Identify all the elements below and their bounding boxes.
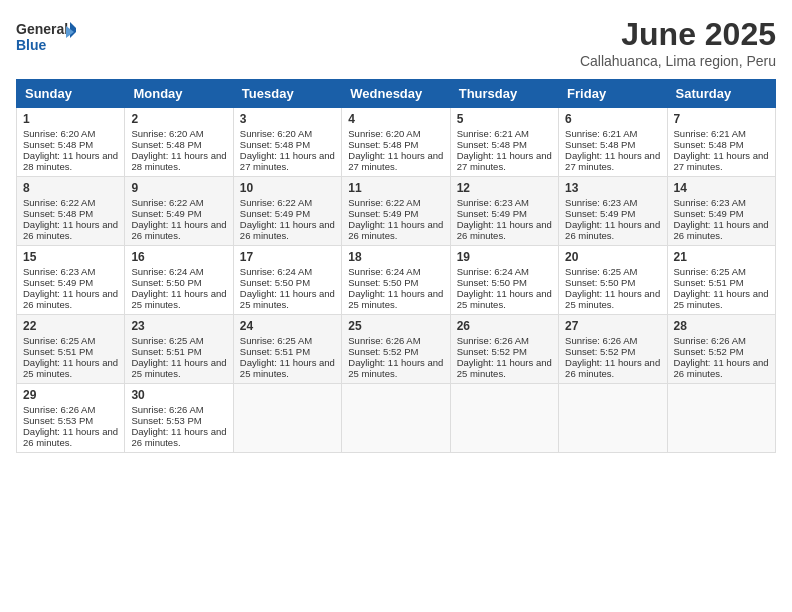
day-info: Daylight: 11 hours and 26 minutes. [131,219,226,241]
calendar-day-cell: 7Sunrise: 6:21 AMSunset: 5:48 PMDaylight… [667,108,775,177]
calendar-table: SundayMondayTuesdayWednesdayThursdayFrid… [16,79,776,453]
day-number: 1 [23,112,118,126]
calendar-day-cell: 12Sunrise: 6:23 AMSunset: 5:49 PMDayligh… [450,177,558,246]
day-info: Daylight: 11 hours and 26 minutes. [565,219,660,241]
calendar-day-cell: 29Sunrise: 6:26 AMSunset: 5:53 PMDayligh… [17,384,125,453]
calendar-day-cell: 6Sunrise: 6:21 AMSunset: 5:48 PMDaylight… [559,108,667,177]
day-info: Sunrise: 6:22 AM [131,197,226,208]
day-info: Sunrise: 6:24 AM [131,266,226,277]
calendar-day-cell [559,384,667,453]
day-number: 13 [565,181,660,195]
day-info: Sunrise: 6:22 AM [23,197,118,208]
day-info: Daylight: 11 hours and 25 minutes. [348,288,443,310]
day-info: Sunrise: 6:26 AM [674,335,769,346]
day-info: Daylight: 11 hours and 25 minutes. [131,357,226,379]
day-info: Daylight: 11 hours and 25 minutes. [240,357,335,379]
calendar-day-cell: 23Sunrise: 6:25 AMSunset: 5:51 PMDayligh… [125,315,233,384]
calendar-day-cell [667,384,775,453]
day-number: 11 [348,181,443,195]
day-info: Sunset: 5:49 PM [565,208,660,219]
day-info: Sunset: 5:49 PM [674,208,769,219]
day-info: Sunrise: 6:23 AM [565,197,660,208]
calendar-day-cell [342,384,450,453]
day-info: Sunrise: 6:20 AM [240,128,335,139]
day-info: Sunrise: 6:22 AM [348,197,443,208]
calendar-day-cell: 2Sunrise: 6:20 AMSunset: 5:48 PMDaylight… [125,108,233,177]
day-info: Daylight: 11 hours and 26 minutes. [565,357,660,379]
calendar-day-cell: 8Sunrise: 6:22 AMSunset: 5:48 PMDaylight… [17,177,125,246]
calendar-day-cell: 18Sunrise: 6:24 AMSunset: 5:50 PMDayligh… [342,246,450,315]
day-info: Sunset: 5:52 PM [457,346,552,357]
day-info: Sunset: 5:50 PM [565,277,660,288]
day-number: 20 [565,250,660,264]
calendar-day-header: Saturday [667,80,775,108]
day-number: 30 [131,388,226,402]
day-info: Sunset: 5:50 PM [457,277,552,288]
day-number: 25 [348,319,443,333]
calendar-day-cell: 17Sunrise: 6:24 AMSunset: 5:50 PMDayligh… [233,246,341,315]
day-info: Sunrise: 6:24 AM [457,266,552,277]
day-info: Daylight: 11 hours and 25 minutes. [674,288,769,310]
day-info: Daylight: 11 hours and 26 minutes. [23,426,118,448]
calendar-body: 1Sunrise: 6:20 AMSunset: 5:48 PMDaylight… [17,108,776,453]
day-info: Sunset: 5:52 PM [674,346,769,357]
day-number: 6 [565,112,660,126]
location-title: Callahuanca, Lima region, Peru [580,53,776,69]
day-number: 29 [23,388,118,402]
day-number: 5 [457,112,552,126]
day-number: 23 [131,319,226,333]
day-info: Sunset: 5:48 PM [131,139,226,150]
day-info: Sunrise: 6:21 AM [674,128,769,139]
day-info: Daylight: 11 hours and 26 minutes. [240,219,335,241]
calendar-day-cell: 25Sunrise: 6:26 AMSunset: 5:52 PMDayligh… [342,315,450,384]
day-number: 4 [348,112,443,126]
day-number: 8 [23,181,118,195]
day-info: Sunrise: 6:25 AM [23,335,118,346]
day-info: Sunrise: 6:21 AM [565,128,660,139]
day-info: Daylight: 11 hours and 27 minutes. [240,150,335,172]
calendar-day-cell: 19Sunrise: 6:24 AMSunset: 5:50 PMDayligh… [450,246,558,315]
day-info: Sunrise: 6:25 AM [240,335,335,346]
calendar-week-row: 22Sunrise: 6:25 AMSunset: 5:51 PMDayligh… [17,315,776,384]
calendar-day-cell: 5Sunrise: 6:21 AMSunset: 5:48 PMDaylight… [450,108,558,177]
day-info: Daylight: 11 hours and 25 minutes. [457,288,552,310]
svg-text:General: General [16,21,68,37]
calendar-day-cell: 13Sunrise: 6:23 AMSunset: 5:49 PMDayligh… [559,177,667,246]
day-info: Sunrise: 6:25 AM [131,335,226,346]
logo: General Blue [16,16,76,60]
day-info: Daylight: 11 hours and 27 minutes. [348,150,443,172]
calendar-day-cell: 11Sunrise: 6:22 AMSunset: 5:49 PMDayligh… [342,177,450,246]
day-info: Sunset: 5:51 PM [240,346,335,357]
day-info: Sunset: 5:48 PM [457,139,552,150]
day-info: Sunrise: 6:26 AM [348,335,443,346]
day-info: Daylight: 11 hours and 27 minutes. [674,150,769,172]
calendar-week-row: 1Sunrise: 6:20 AMSunset: 5:48 PMDaylight… [17,108,776,177]
day-info: Daylight: 11 hours and 25 minutes. [348,357,443,379]
calendar-day-cell: 3Sunrise: 6:20 AMSunset: 5:48 PMDaylight… [233,108,341,177]
month-title: June 2025 [580,16,776,53]
day-info: Sunset: 5:49 PM [23,277,118,288]
calendar-day-header: Monday [125,80,233,108]
day-number: 18 [348,250,443,264]
day-info: Daylight: 11 hours and 25 minutes. [457,357,552,379]
day-info: Sunset: 5:50 PM [240,277,335,288]
day-number: 21 [674,250,769,264]
day-info: Daylight: 11 hours and 26 minutes. [674,357,769,379]
day-info: Daylight: 11 hours and 25 minutes. [131,288,226,310]
calendar-header-row: SundayMondayTuesdayWednesdayThursdayFrid… [17,80,776,108]
logo-svg: General Blue [16,16,76,60]
calendar-week-row: 15Sunrise: 6:23 AMSunset: 5:49 PMDayligh… [17,246,776,315]
day-info: Sunset: 5:48 PM [23,139,118,150]
calendar-day-cell: 28Sunrise: 6:26 AMSunset: 5:52 PMDayligh… [667,315,775,384]
calendar-day-cell: 4Sunrise: 6:20 AMSunset: 5:48 PMDaylight… [342,108,450,177]
day-info: Sunrise: 6:26 AM [457,335,552,346]
calendar-day-cell: 9Sunrise: 6:22 AMSunset: 5:49 PMDaylight… [125,177,233,246]
day-info: Sunset: 5:51 PM [131,346,226,357]
day-info: Daylight: 11 hours and 26 minutes. [131,426,226,448]
calendar-day-cell: 26Sunrise: 6:26 AMSunset: 5:52 PMDayligh… [450,315,558,384]
day-info: Sunrise: 6:22 AM [240,197,335,208]
day-info: Sunset: 5:53 PM [131,415,226,426]
calendar-day-cell: 1Sunrise: 6:20 AMSunset: 5:48 PMDaylight… [17,108,125,177]
day-info: Sunrise: 6:24 AM [240,266,335,277]
day-info: Sunset: 5:48 PM [674,139,769,150]
